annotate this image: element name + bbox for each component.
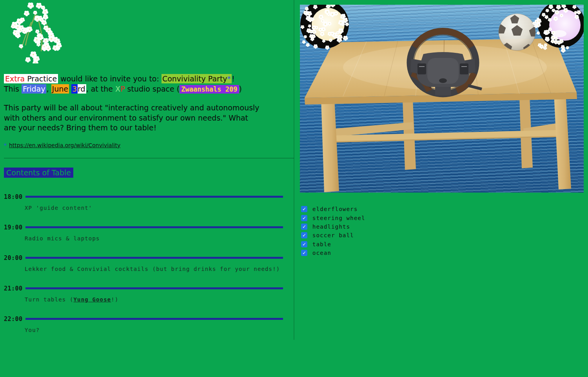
schedule-item: 18:00 XP 'guide content' [4,193,283,211]
schedule-rule [25,196,283,198]
friday-highlight: Friday [22,84,47,94]
schedule-desc: Lekker food & Convivial cocktails (but b… [25,266,283,272]
extra-practice-highlight: Extra Practice [4,74,58,83]
checkbox-headlights[interactable]: ✓ [301,224,307,230]
comma: , [46,85,51,93]
schedule-time: 19:00 [4,224,23,231]
checkbox-table[interactable]: ✓ [301,241,307,247]
asterisk-mark: * [227,74,231,83]
collage-graphics [300,5,584,193]
section-divider [4,158,294,159]
conviviality-wiki-link[interactable]: https://en.wikipedia.org/wiki/Conviviali… [9,142,120,148]
schedule-time: 21:00 [4,285,23,292]
checkbox-soccer-ball[interactable]: ✓ [301,232,307,238]
schedule-desc: XP 'guide content' [25,205,283,211]
schedule-item: 22:00 You? [4,316,283,333]
checklist-row: ✓ ocean [301,249,365,257]
at-the-text: , at the [86,85,115,93]
party-collage-image [300,5,584,193]
schedule-item: 20:00 Lekker food & Convivial cocktails … [4,254,283,272]
schedule-rule [25,318,283,320]
schedule-desc: Radio mics & laptops [25,235,283,242]
image-contents-checklist: ✓ elderflowers ✓ steering wheel ✓ headli… [301,205,365,257]
extra-word: Extra [5,74,27,83]
schedule-list: 18:00 XP 'guide content' 19:00 Radio mic… [4,193,283,333]
elderflower-moon-right [532,5,584,53]
day-suffix-highlight: rd [78,84,86,94]
yung-goose-link[interactable]: Yung Goose [74,296,111,303]
xp-logo-p: P [120,85,125,93]
checkbox-steering-wheel[interactable]: ✓ [301,215,307,221]
checkbox-elderflowers[interactable]: ✓ [301,206,307,212]
desc-text: !) [111,296,118,303]
schedule-item: 21:00 Turn tables (Yung Goose!) [4,285,283,303]
practice-word: Practice [27,74,57,83]
this-word: This [4,85,22,93]
schedule-time: 18:00 [4,193,23,200]
schedule-rule [25,257,283,259]
schedule-desc: You? [25,327,283,333]
invite-line-2: This Friday, June 3rd, at the XP studio … [4,84,294,94]
elderflower-cluster-image [4,2,64,63]
checklist-row: ✓ steering wheel [301,213,365,222]
left-column: Extra Practice would like to invite you … [4,0,294,346]
invite-line-1: Extra Practice would like to invite you … [4,74,294,84]
checkbox-label[interactable]: ocean [312,250,331,256]
schedule-rule [25,226,283,228]
schedule-item: 19:00 Radio mics & laptops [4,224,283,242]
checklist-row: ✓ soccer ball [301,231,365,240]
party-name: Conviviality Party [162,74,227,83]
footnote-asterisk: * [4,142,7,148]
contents-of-table-heading: Contents of Table [4,168,73,178]
schedule-rule [25,287,283,289]
checkbox-ocean[interactable]: ✓ [301,250,307,256]
checkbox-label[interactable]: steering wheel [312,215,365,221]
flower-blossoms [11,3,62,64]
party-description: This party will be all about "interactin… [4,103,260,133]
checkbox-label[interactable]: headlights [312,224,350,230]
checklist-row: ✓ headlights [301,222,365,231]
exclamation: ! [232,74,235,83]
party-highlight: Conviviality Party* [162,74,232,83]
checklist-row: ✓ elderflowers [301,205,365,213]
checkbox-label[interactable]: table [312,241,331,247]
desc-text: Turn tables ( [25,296,74,303]
invite-middle-text: would like to invite you to: [58,74,162,83]
xp-logo-x: X [115,85,120,93]
checkbox-label[interactable]: soccer ball [312,232,354,238]
close-paren: ) [239,85,242,93]
june-highlight: June [51,84,69,94]
checklist-row: ✓ table [301,240,365,249]
schedule-time: 22:00 [4,316,23,323]
studio-space-text: studio space ( [125,85,180,93]
schedule-desc: Turn tables (Yung Goose!) [25,296,283,303]
checkbox-label[interactable]: elderflowers [312,206,358,212]
footnote: *https://en.wikipedia.org/wiki/Convivial… [4,142,294,148]
column-divider [294,0,294,340]
schedule-time: 20:00 [4,254,23,262]
day-number-highlight: 3 [71,84,78,94]
address-highlight: Zwaanshals 209 [180,85,239,94]
